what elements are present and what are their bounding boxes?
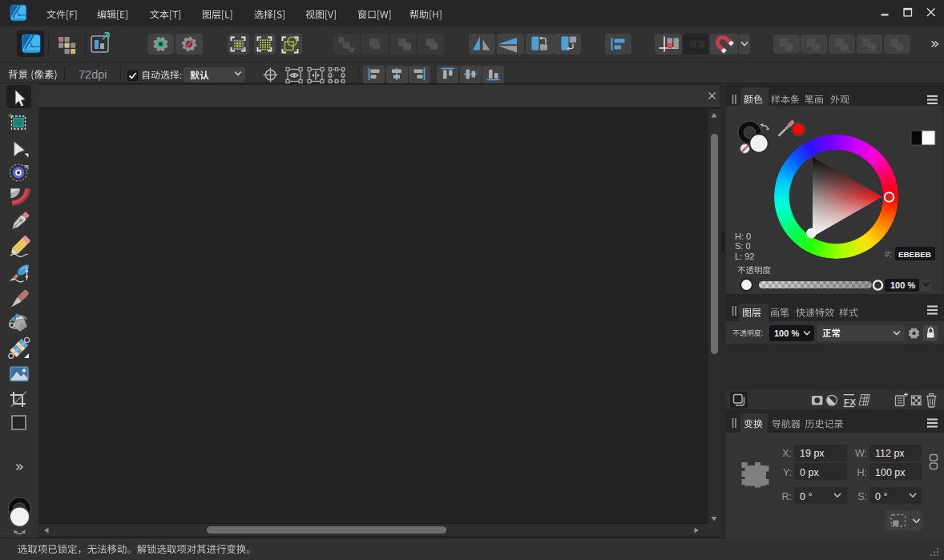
svg-text:112 px: 112 px <box>875 448 905 459</box>
svg-text:19 px: 19 px <box>800 448 825 459</box>
svg-text:S: 0: S: 0 <box>735 241 751 251</box>
svg-text:100 px: 100 px <box>875 467 906 478</box>
svg-text:EBEBEB: EBEBEB <box>898 250 931 259</box>
svg-text:100 %: 100 % <box>890 280 915 290</box>
svg-text:FX: FX <box>844 397 857 407</box>
svg-text:H: 0: H: 0 <box>735 232 751 241</box>
svg-text:#:: #: <box>885 249 892 259</box>
svg-text:0 °: 0 ° <box>875 491 887 502</box>
svg-text:100 %: 100 % <box>774 328 799 338</box>
svg-text:72dpi: 72dpi <box>79 68 107 81</box>
svg-text:H:: H: <box>857 467 868 478</box>
svg-text:R:: R: <box>782 491 793 502</box>
svg-text:Y:: Y: <box>783 467 792 478</box>
svg-text:L: 92: L: 92 <box>735 252 754 261</box>
svg-text:0 °: 0 ° <box>800 491 812 502</box>
svg-text:S:: S: <box>857 491 867 502</box>
svg-text:W:: W: <box>855 448 867 459</box>
svg-text:X:: X: <box>782 448 792 459</box>
svg-text:0 px: 0 px <box>800 467 819 478</box>
